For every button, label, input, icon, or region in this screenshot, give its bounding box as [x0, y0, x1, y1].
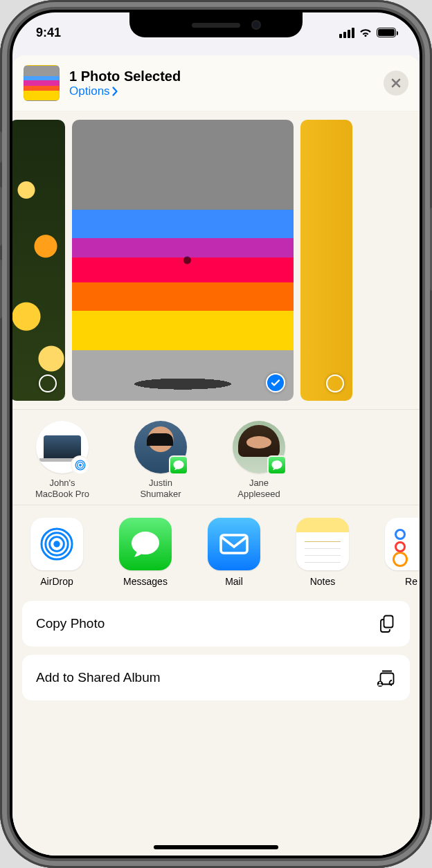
selection-title: 1 Photo Selected: [69, 69, 374, 84]
messages-badge-icon: [267, 455, 287, 475]
phone-frame: 9:41 1 Photo Selected Options: [0, 0, 432, 868]
front-camera: [251, 20, 261, 30]
actions-group-1: Copy Photo: [22, 601, 410, 647]
share-target-person[interactable]: Jane Appleseed: [222, 421, 296, 500]
svg-point-11: [379, 681, 381, 683]
device-avatar: [36, 421, 89, 473]
status-time: 9:41: [36, 26, 61, 40]
photo-thumbnail[interactable]: [12, 120, 65, 401]
svg-point-3: [53, 541, 60, 547]
airdrop-badge-icon: [71, 455, 90, 475]
close-icon: [390, 78, 402, 89]
app-label: Notes: [310, 576, 336, 587]
header-thumbnail: [24, 65, 60, 101]
app-mail[interactable]: Mail: [202, 518, 266, 587]
notch: [129, 12, 303, 37]
share-sheet: 1 Photo Selected Options: [12, 55, 420, 856]
selection-circle-icon[interactable]: [326, 374, 344, 392]
share-target-label: Justin Shumaker: [140, 478, 181, 500]
action-label: Add to Shared Album: [36, 670, 161, 685]
svg-rect-7: [221, 535, 247, 553]
close-button[interactable]: [384, 71, 408, 96]
options-label: Options: [69, 84, 110, 98]
photo-thumbnail[interactable]: [72, 120, 294, 401]
wifi-icon: [359, 28, 372, 38]
battery-icon: [377, 28, 396, 37]
app-label: Messages: [123, 576, 168, 587]
app-reminders[interactable]: Re: [379, 518, 420, 587]
app-label: AirDrop: [40, 576, 73, 587]
volume-down-button: [0, 260, 2, 318]
share-target-person[interactable]: Justin Shumaker: [123, 421, 198, 500]
actions-group-2: Add to Shared Album: [22, 655, 410, 700]
photo-scroller[interactable]: [12, 111, 420, 409]
action-add-to-shared-album[interactable]: Add to Shared Album: [22, 655, 410, 700]
app-airdrop[interactable]: AirDrop: [25, 518, 89, 587]
share-target-label: John's MacBook Pro: [35, 478, 89, 500]
action-label: Copy Photo: [36, 616, 105, 631]
share-target-label: Jane Appleseed: [237, 478, 280, 500]
copy-icon: [378, 614, 396, 633]
messages-badge-icon: [169, 455, 188, 475]
photo-thumbnail[interactable]: [300, 120, 352, 401]
svg-rect-8: [384, 615, 393, 627]
share-target-device[interactable]: John's MacBook Pro: [25, 421, 100, 500]
messages-icon: [119, 518, 172, 570]
cellular-icon: [339, 28, 354, 38]
options-button[interactable]: Options: [69, 84, 118, 98]
app-label: Mail: [225, 576, 243, 587]
mail-icon: [208, 518, 260, 570]
shared-album-icon: [375, 669, 396, 687]
selection-check-icon[interactable]: [266, 373, 285, 392]
app-label: Re: [405, 576, 417, 587]
app-share-row[interactable]: AirDrop Messages Mail Notes: [12, 505, 420, 595]
person-avatar: [233, 421, 285, 473]
selection-circle-icon[interactable]: [39, 374, 57, 392]
svg-point-0: [79, 464, 82, 467]
notes-icon: [296, 518, 349, 570]
reminders-icon: [385, 518, 420, 570]
app-messages[interactable]: Messages: [114, 518, 177, 587]
airdrop-icon: [30, 518, 83, 570]
app-notes[interactable]: Notes: [291, 518, 354, 587]
share-sheet-header: 1 Photo Selected Options: [12, 55, 420, 111]
action-copy-photo[interactable]: Copy Photo: [22, 601, 410, 647]
chevron-right-icon: [111, 87, 118, 96]
person-avatar: [134, 421, 187, 473]
screen: 9:41 1 Photo Selected Options: [12, 12, 420, 856]
airdrop-contacts-row[interactable]: John's MacBook Pro Justin Shumaker: [12, 409, 420, 505]
laptop-icon: [44, 435, 81, 459]
speaker-grill: [192, 23, 240, 28]
home-indicator[interactable]: [154, 845, 278, 849]
mute-switch: [0, 132, 2, 163]
volume-up-button: [0, 187, 2, 246]
